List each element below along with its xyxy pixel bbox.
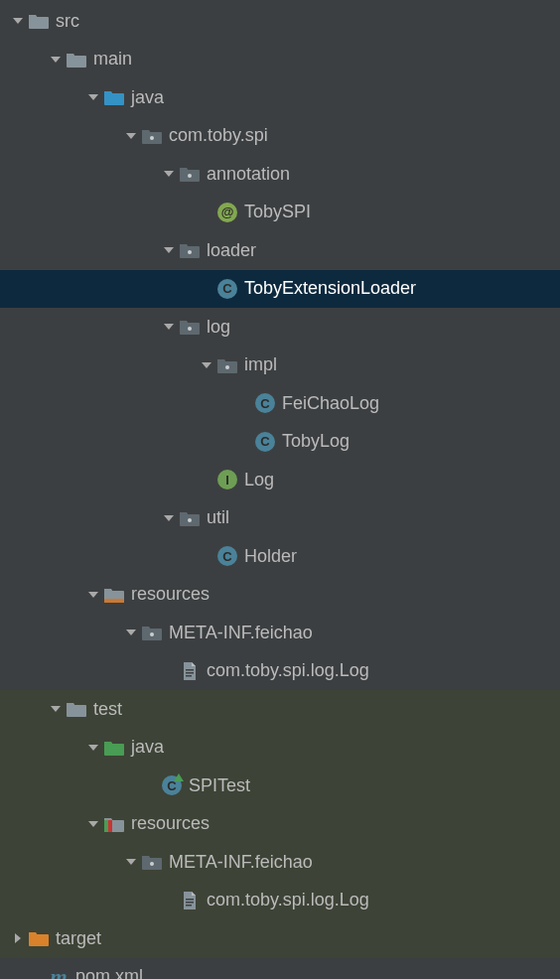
tree-row[interactable]: @TobySPI	[0, 194, 560, 232]
interface-icon: I	[216, 469, 238, 490]
chevron-down-icon[interactable]	[8, 16, 28, 26]
tree-row[interactable]: java	[0, 78, 560, 117]
file-icon	[179, 890, 201, 911]
svg-rect-30	[186, 902, 194, 904]
tree-row[interactable]: CTobyLog	[0, 423, 560, 462]
tree-label: Log	[244, 470, 274, 490]
svg-rect-26	[108, 820, 112, 832]
chevron-down-icon[interactable]	[159, 513, 179, 523]
tree-row[interactable]: com.toby.spi.log.Log	[0, 882, 560, 920]
class-icon: C	[254, 431, 276, 453]
svg-rect-21	[186, 675, 192, 677]
tree-row[interactable]: CSPITest	[0, 767, 560, 805]
chevron-down-icon[interactable]	[121, 857, 141, 867]
runnable-class-icon: C	[161, 774, 183, 796]
tree-row[interactable]: resources	[0, 576, 560, 615]
tree-label: src	[56, 11, 79, 32]
folder-icon	[66, 49, 87, 70]
test-folder-icon	[103, 737, 125, 759]
test-resources-folder-icon	[103, 813, 125, 835]
chevron-right-icon[interactable]	[8, 933, 28, 943]
svg-rect-2	[104, 93, 124, 105]
tree-label: Holder	[244, 546, 297, 567]
tree-row[interactable]: java	[0, 729, 560, 768]
tree-label: test	[93, 699, 122, 720]
tree-label: TobySPI	[244, 202, 311, 222]
chevron-down-icon[interactable]	[159, 245, 179, 255]
tree-label: main	[93, 49, 132, 70]
tree-row[interactable]: annotation	[0, 155, 560, 194]
tree-row[interactable]: main	[0, 41, 560, 79]
folder-icon	[28, 10, 50, 32]
tree-row[interactable]: src	[0, 2, 560, 41]
chevron-down-icon[interactable]	[46, 55, 66, 65]
tree-label: FeiChaoLog	[282, 393, 379, 414]
file-icon	[179, 660, 201, 682]
chevron-down-icon[interactable]	[121, 131, 141, 141]
svg-rect-25	[104, 820, 108, 832]
class-icon: C	[216, 278, 238, 300]
tree-row[interactable]: META-INF.feichao	[0, 843, 560, 882]
tree-label: target	[56, 928, 101, 949]
chevron-down-icon[interactable]	[46, 704, 66, 714]
tree-label: resources	[131, 813, 210, 834]
package-icon	[179, 163, 201, 185]
svg-rect-0	[29, 17, 49, 29]
svg-rect-32	[29, 934, 49, 946]
tree-label: java	[131, 87, 164, 108]
svg-point-12	[225, 365, 229, 369]
tree-row[interactable]: com.toby.spi	[0, 117, 560, 156]
class-icon: C	[254, 392, 276, 414]
chevron-down-icon[interactable]	[159, 169, 179, 179]
tree-row[interactable]: loader	[0, 231, 560, 270]
chevron-down-icon[interactable]	[83, 590, 103, 600]
tree-row[interactable]: target	[0, 919, 560, 958]
tree-row[interactable]: META-INF.feichao	[0, 614, 560, 652]
tree-row[interactable]: CFeiChaoLog	[0, 384, 560, 423]
package-icon	[179, 316, 201, 338]
svg-point-18	[150, 632, 154, 636]
tree-row[interactable]: com.toby.spi.log.Log	[0, 652, 560, 691]
chevron-down-icon[interactable]	[83, 743, 103, 753]
tree-label: log	[207, 317, 230, 338]
tree-row[interactable]: log	[0, 308, 560, 347]
tree-label: TobyLog	[282, 431, 350, 452]
chevron-down-icon[interactable]	[121, 628, 141, 637]
chevron-down-icon[interactable]	[83, 92, 103, 102]
package-icon	[179, 507, 201, 529]
svg-rect-23	[104, 744, 124, 756]
svg-rect-22	[67, 705, 86, 717]
tree-label: util	[207, 507, 229, 528]
tree-label: loader	[207, 240, 256, 261]
project-tree[interactable]: srcmainjavacom.toby.spiannotation@TobySP…	[0, 0, 560, 979]
class-icon: C	[216, 545, 238, 567]
package-icon	[179, 239, 201, 261]
svg-rect-20	[186, 672, 194, 674]
tree-row[interactable]: CHolder	[0, 537, 560, 576]
tree-label: META-INF.feichao	[169, 623, 313, 643]
tree-label: java	[131, 737, 164, 758]
svg-point-28	[150, 862, 154, 866]
tree-row[interactable]: resources	[0, 805, 560, 844]
tree-row[interactable]: test	[0, 690, 560, 729]
tree-label: resources	[131, 584, 210, 605]
chevron-down-icon[interactable]	[197, 360, 216, 370]
chevron-down-icon[interactable]	[159, 322, 179, 332]
tree-row[interactable]: CTobyExtensionLoader	[0, 270, 560, 309]
tree-label: TobyExtensionLoader	[244, 278, 416, 299]
tree-row[interactable]: impl	[0, 347, 560, 385]
svg-point-10	[188, 327, 192, 331]
svg-rect-16	[104, 599, 124, 603]
tree-label: annotation	[207, 164, 290, 185]
source-folder-icon	[103, 86, 125, 108]
tree-label: impl	[244, 354, 277, 375]
package-icon	[141, 125, 163, 147]
chevron-down-icon[interactable]	[83, 819, 103, 829]
tree-label: SPITest	[189, 775, 250, 796]
tree-row[interactable]: util	[0, 499, 560, 538]
folder-icon	[66, 698, 87, 720]
svg-rect-29	[186, 899, 194, 901]
tree-row[interactable]: ILog	[0, 461, 560, 499]
tree-row[interactable]: mpom.xml	[0, 958, 560, 980]
tree-label: com.toby.spi.log.Log	[207, 890, 369, 910]
